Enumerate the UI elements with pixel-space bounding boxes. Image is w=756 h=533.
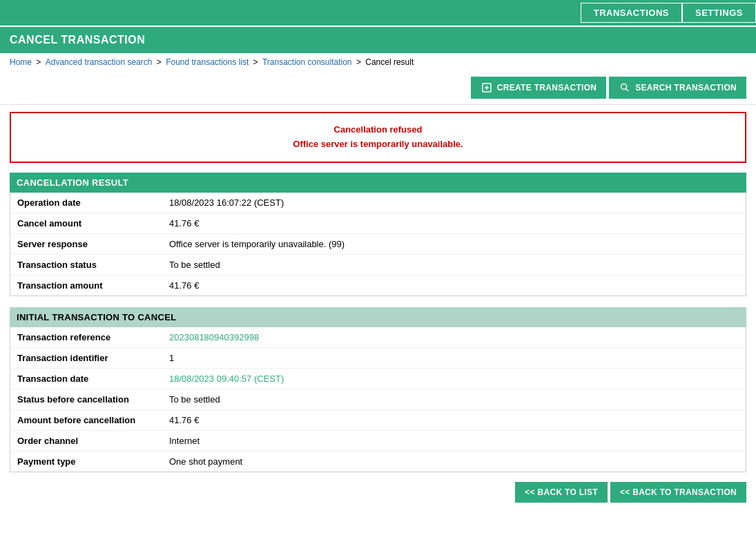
table-row: Amount before cancellation41.76 € (10, 410, 746, 431)
row-value: To be settled (169, 394, 220, 405)
breadcrumb-home[interactable]: Home (10, 57, 32, 67)
cancellation-result-section: CANCELLATION RESULT Operation date18/08/… (10, 173, 746, 296)
back-to-transaction-button[interactable]: << BACK TO TRANSACTION (610, 482, 746, 503)
row-value: 18/08/2023 16:07:22 (CEST) (169, 197, 284, 208)
table-row: Cancel amount41.76 € (10, 213, 746, 234)
svg-point-3 (621, 84, 627, 90)
error-line1: Cancellation refused (21, 123, 735, 137)
breadcrumb-advanced-search[interactable]: Advanced transaction search (46, 57, 153, 67)
row-label: Payment type (17, 456, 169, 467)
row-value: One shot payment (169, 456, 242, 467)
top-nav: TRANSACTIONS SETTINGS (0, 0, 756, 26)
row-value: 1 (169, 353, 174, 363)
row-value: 41.76 € (169, 415, 199, 425)
table-row: Transaction date18/08/2023 09:40:57 (CES… (10, 369, 746, 389)
initial-transaction-header: INITIAL TRANSACTION TO CANCEL (10, 307, 746, 327)
transactions-nav-button[interactable]: TRANSACTIONS (581, 3, 682, 23)
cancellation-result-body: Operation date18/08/2023 16:07:22 (CEST)… (10, 193, 746, 296)
table-row: Transaction statusTo be settled (10, 255, 746, 275)
table-row: Status before cancellationTo be settled (10, 389, 746, 410)
page-title-bar: CANCEL TRANSACTION (0, 27, 756, 53)
create-transaction-label: CREATE TRANSACTION (497, 83, 597, 93)
search-transaction-label: SEARCH TRANSACTION (635, 83, 737, 93)
initial-transaction-body: Transaction reference202308180940392998T… (10, 327, 746, 472)
row-value: To be settled (169, 260, 220, 270)
row-value[interactable]: 202308180940392998 (169, 332, 259, 342)
row-label: Order channel (17, 436, 169, 446)
row-label: Status before cancellation (17, 394, 169, 405)
breadcrumb: Home > Advanced transaction search > Fou… (0, 53, 756, 71)
create-transaction-icon (481, 81, 493, 94)
settings-nav-button[interactable]: SETTINGS (682, 3, 756, 23)
search-transaction-icon (619, 81, 631, 94)
page-title: CANCEL TRANSACTION (10, 34, 746, 46)
row-label: Amount before cancellation (17, 415, 169, 425)
cancellation-result-header: CANCELLATION RESULT (10, 173, 746, 193)
row-label: Transaction status (17, 260, 169, 270)
row-label: Operation date (17, 197, 169, 208)
error-line2: Office server is temporarily unavailable… (21, 137, 735, 152)
back-to-list-button[interactable]: << BACK TO LIST (515, 482, 608, 503)
table-row: Operation date18/08/2023 16:07:22 (CEST) (10, 193, 746, 213)
create-transaction-button[interactable]: CREATE TRANSACTION (471, 77, 607, 99)
row-value: Office server is temporarily unavailable… (169, 239, 345, 249)
row-label: Transaction amount (17, 280, 169, 291)
row-label: Cancel amount (17, 218, 169, 229)
breadcrumb-found-list[interactable]: Found transactions list (166, 57, 249, 67)
breadcrumb-current: Cancel result (365, 57, 414, 67)
table-row: Server responseOffice server is temporar… (10, 234, 746, 255)
table-row: Transaction identifier1 (10, 348, 746, 369)
initial-transaction-section: INITIAL TRANSACTION TO CANCEL Transactio… (10, 307, 746, 472)
svg-line-4 (626, 89, 629, 92)
error-box: Cancellation refused Office server is te… (10, 112, 746, 163)
row-value[interactable]: 18/08/2023 09:40:57 (CEST) (169, 374, 284, 384)
table-row: Order channelInternet (10, 431, 746, 452)
row-label: Server response (17, 239, 169, 249)
breadcrumb-consultation[interactable]: Transaction consultation (262, 57, 352, 67)
row-label: Transaction date (17, 374, 169, 384)
table-row: Transaction amount41.76 € (10, 275, 746, 295)
footer-buttons: << BACK TO LIST << BACK TO TRANSACTION (0, 472, 756, 516)
table-row: Payment typeOne shot payment (10, 452, 746, 472)
row-value: 41.76 € (169, 280, 199, 291)
row-label: Transaction identifier (17, 353, 169, 363)
row-value: Internet (169, 436, 200, 446)
table-row: Transaction reference202308180940392998 (10, 327, 746, 348)
row-label: Transaction reference (17, 332, 169, 342)
search-transaction-button[interactable]: SEARCH TRANSACTION (609, 77, 746, 99)
toolbar: CREATE TRANSACTION SEARCH TRANSACTION (0, 71, 756, 105)
row-value: 41.76 € (169, 218, 199, 229)
